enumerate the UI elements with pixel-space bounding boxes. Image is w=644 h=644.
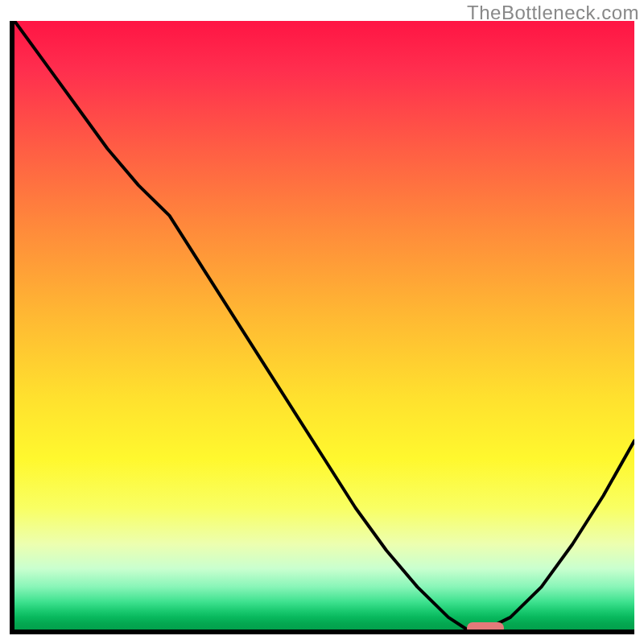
- chart-canvas: TheBottleneck.com: [0, 0, 644, 644]
- optimal-range-marker: [467, 622, 504, 634]
- bottleneck-curve: [14, 21, 634, 630]
- watermark-text: TheBottleneck.com: [467, 2, 639, 24]
- plot-area: [10, 21, 634, 634]
